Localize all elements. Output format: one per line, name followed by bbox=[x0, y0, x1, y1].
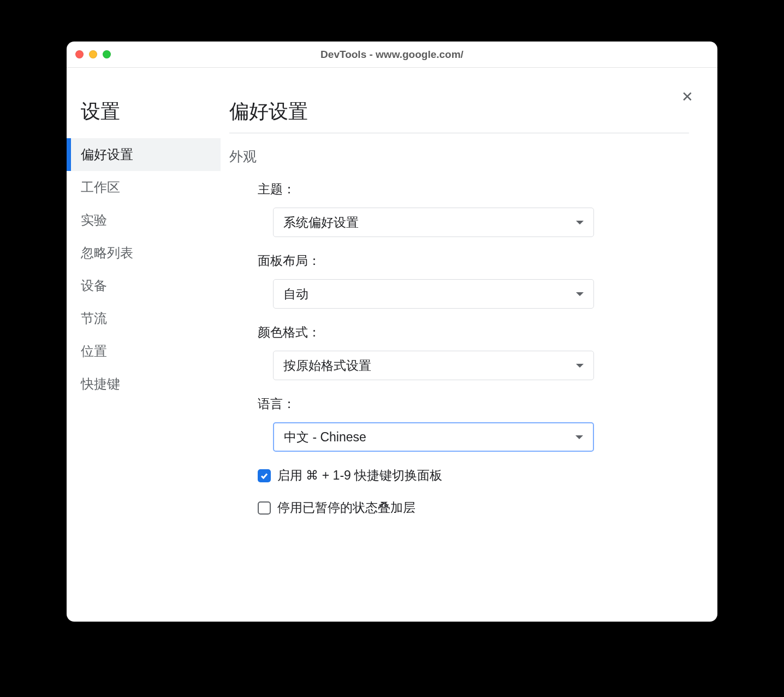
theme-select-value: 系统偏好设置 bbox=[283, 214, 359, 231]
chevron-down-icon bbox=[576, 364, 584, 368]
sidebar-item-workspace[interactable]: 工作区 bbox=[67, 171, 221, 204]
sidebar-item-label: 位置 bbox=[81, 344, 107, 358]
field-panel-layout: 面板布局： 自动 bbox=[229, 252, 689, 309]
field-language: 语言： 中文 - Chinese bbox=[229, 395, 689, 452]
field-theme: 主题： 系统偏好设置 bbox=[229, 181, 689, 237]
chevron-down-icon bbox=[576, 221, 584, 225]
theme-select[interactable]: 系统偏好设置 bbox=[273, 208, 594, 237]
sidebar-item-throttling[interactable]: 节流 bbox=[67, 302, 221, 335]
sidebar: 设置 偏好设置 工作区 实验 忽略列表 设备 节流 位置 快捷键 bbox=[67, 68, 221, 622]
window-close-button[interactable] bbox=[75, 50, 84, 58]
sidebar-item-label: 实验 bbox=[81, 212, 107, 227]
sidebar-item-locations[interactable]: 位置 bbox=[67, 335, 221, 368]
checkbox-row-overlay: 停用已暂停的状态叠加层 bbox=[229, 499, 689, 516]
sidebar-item-shortcuts[interactable]: 快捷键 bbox=[67, 368, 221, 400]
sidebar-item-experiments[interactable]: 实验 bbox=[67, 204, 221, 237]
sidebar-item-label: 设备 bbox=[81, 278, 107, 293]
panel-layout-select-value: 自动 bbox=[283, 286, 308, 303]
color-format-label: 颜色格式： bbox=[258, 324, 689, 341]
sidebar-item-label: 工作区 bbox=[81, 180, 120, 194]
sidebar-item-label: 忽略列表 bbox=[81, 245, 133, 260]
window-zoom-button[interactable] bbox=[103, 50, 111, 58]
sidebar-item-ignore-list[interactable]: 忽略列表 bbox=[67, 237, 221, 269]
color-format-select-value: 按原始格式设置 bbox=[283, 357, 371, 374]
window-minimize-button[interactable] bbox=[89, 50, 97, 58]
enable-shortcut-label: 启用 ⌘ + 1-9 快捷键切换面板 bbox=[277, 467, 442, 484]
main-panel: 偏好设置 外观 主题： 系统偏好设置 面板布局： 自动 颜色格式： bbox=[221, 68, 717, 622]
page-title: 偏好设置 bbox=[229, 98, 689, 125]
language-select-value: 中文 - Chinese bbox=[284, 429, 366, 446]
close-icon[interactable]: ✕ bbox=[681, 90, 693, 104]
window-title: DevTools - www.google.com/ bbox=[67, 49, 717, 61]
theme-label: 主题： bbox=[258, 181, 689, 198]
sidebar-title: 设置 bbox=[81, 98, 221, 125]
enable-shortcut-checkbox[interactable] bbox=[258, 469, 271, 482]
check-icon bbox=[260, 471, 269, 480]
chevron-down-icon bbox=[576, 292, 584, 296]
sidebar-item-label: 节流 bbox=[81, 311, 107, 326]
section-appearance: 外观 bbox=[229, 147, 689, 166]
content: ✕ 设置 偏好设置 工作区 实验 忽略列表 设备 节流 位置 快捷键 偏好设置 … bbox=[67, 68, 717, 622]
sidebar-item-devices[interactable]: 设备 bbox=[67, 269, 221, 302]
disable-overlay-label: 停用已暂停的状态叠加层 bbox=[277, 499, 415, 516]
panel-layout-select[interactable]: 自动 bbox=[273, 279, 594, 309]
chevron-down-icon bbox=[575, 435, 583, 439]
sidebar-item-label: 快捷键 bbox=[81, 376, 120, 391]
language-select[interactable]: 中文 - Chinese bbox=[273, 422, 594, 452]
field-color-format: 颜色格式： 按原始格式设置 bbox=[229, 324, 689, 380]
panel-layout-label: 面板布局： bbox=[258, 252, 689, 269]
language-label: 语言： bbox=[258, 395, 689, 412]
checkbox-row-shortcut: 启用 ⌘ + 1-9 快捷键切换面板 bbox=[229, 467, 689, 484]
traffic-lights bbox=[75, 50, 111, 58]
color-format-select[interactable]: 按原始格式设置 bbox=[273, 351, 594, 380]
sidebar-item-label: 偏好设置 bbox=[81, 147, 133, 162]
devtools-settings-window: DevTools - www.google.com/ ✕ 设置 偏好设置 工作区… bbox=[67, 42, 717, 622]
disable-overlay-checkbox[interactable] bbox=[258, 501, 271, 515]
sidebar-item-preferences[interactable]: 偏好设置 bbox=[67, 138, 221, 171]
divider bbox=[229, 133, 689, 133]
titlebar: DevTools - www.google.com/ bbox=[67, 42, 717, 68]
